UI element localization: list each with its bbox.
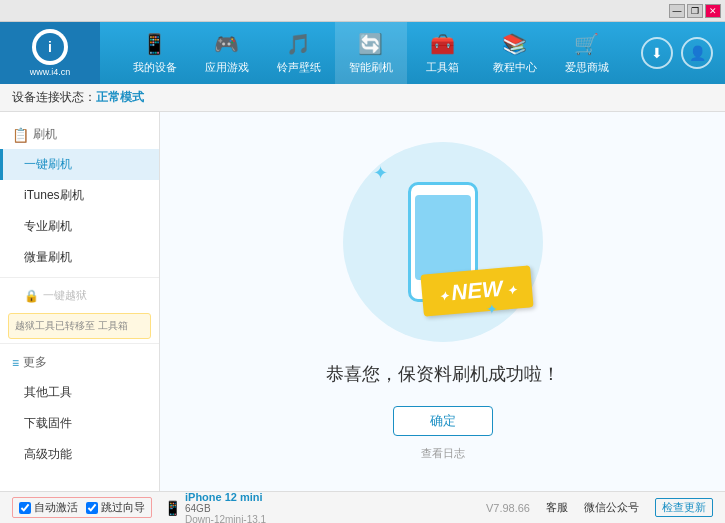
sidebar-divider-2	[0, 343, 159, 344]
bottom-left: 自动激活 跳过向导 📱 iPhone 12 mini 64GB Down-12m…	[12, 491, 266, 524]
skip-wizard-label: 跳过向导	[101, 500, 145, 515]
apps-games-icon: 🎮	[214, 32, 239, 56]
checkboxes-group: 自动激活 跳过向导	[12, 497, 152, 518]
bottom-right: V7.98.66 客服 微信公众号 检查更新	[486, 498, 713, 517]
new-badge: NEW	[421, 265, 534, 316]
store-icon: 🛒	[574, 32, 599, 56]
nav-ringtones-label: 铃声壁纸	[277, 60, 321, 75]
bottom-bar: 自动激活 跳过向导 📱 iPhone 12 mini 64GB Down-12m…	[0, 491, 725, 523]
top-nav: i www.i4.cn 📱 我的设备 🎮 应用游戏 🎵 铃声壁纸 🔄 智能刷机 …	[0, 22, 725, 84]
smart-store-icon: 🔄	[358, 32, 383, 56]
nav-smart-store[interactable]: 🔄 智能刷机	[335, 22, 407, 84]
jailbreak-notice-text: 越狱工具已转移至 工具箱	[15, 320, 128, 331]
flash-icon: 📋	[12, 127, 29, 143]
nav-apps-label: 应用游戏	[205, 60, 249, 75]
sidebar-item-download-firmware[interactable]: 下载固件	[0, 408, 159, 439]
bottom-device: 📱 iPhone 12 mini 64GB Down-12mini-13,1	[164, 491, 266, 524]
restore-button[interactable]: ❐	[687, 4, 703, 18]
auto-activate-label: 自动激活	[34, 500, 78, 515]
status-value: 正常模式	[96, 89, 144, 106]
micro-flash-label: 微量刷机	[24, 250, 72, 264]
phone-screen	[415, 195, 471, 280]
itunes-flash-label: iTunes刷机	[24, 188, 84, 202]
sidebar-item-advanced[interactable]: 高级功能	[0, 439, 159, 470]
device-storage: 64GB	[185, 503, 266, 514]
wechat-link[interactable]: 微信公众号	[584, 500, 639, 515]
toolbox-icon: 🧰	[430, 32, 455, 56]
flash-section-label: 刷机	[33, 126, 57, 143]
nav-tutorials[interactable]: 📚 教程中心	[479, 22, 551, 84]
nav-right: ⬇ 👤	[641, 37, 725, 69]
sidebar-item-itunes-flash[interactable]: iTunes刷机	[0, 180, 159, 211]
sparkle-icon-br: ✦	[486, 301, 498, 317]
confirm-button[interactable]: 确定	[393, 406, 493, 436]
window-controls: — ❐ ✕	[669, 4, 721, 18]
bottom-content: 自动激活 跳过向导	[12, 497, 152, 518]
nav-store[interactable]: 🛒 爱思商城	[551, 22, 623, 84]
nav-store-label: 爱思商城	[565, 60, 609, 75]
jailbreak-section: 🔒 一键越狱	[0, 282, 159, 309]
success-text: 恭喜您，保资料刷机成功啦！	[326, 362, 560, 386]
support-link[interactable]: 客服	[546, 500, 568, 515]
sidebar: 📋 刷机 一键刷机 iTunes刷机 专业刷机 微量刷机 🔒 一键越狱 越狱工具…	[0, 112, 160, 491]
auto-activate-checkbox[interactable]: 自动激活	[19, 500, 78, 515]
device-details: iPhone 12 mini 64GB Down-12mini-13,1	[185, 491, 266, 524]
sparkle-icon-tl: ✦	[373, 162, 388, 184]
nav-my-device[interactable]: 📱 我的设备	[119, 22, 191, 84]
more-section-label: 更多	[23, 354, 47, 371]
skip-wizard-input[interactable]	[86, 502, 98, 514]
flash-section-title: 📋 刷机	[0, 120, 159, 149]
logo-icon: i	[36, 33, 64, 61]
later-link[interactable]: 查看日志	[421, 446, 465, 461]
logo-circle: i	[32, 29, 68, 65]
logo-text: www.i4.cn	[30, 67, 71, 77]
sidebar-item-other-tools[interactable]: 其他工具	[0, 377, 159, 408]
nav-apps-games[interactable]: 🎮 应用游戏	[191, 22, 263, 84]
logo-area[interactable]: i www.i4.cn	[0, 22, 100, 84]
more-section-title: ≡ 更多	[0, 348, 159, 377]
nav-ringtones[interactable]: 🎵 铃声壁纸	[263, 22, 335, 84]
sidebar-item-pro-flash[interactable]: 专业刷机	[0, 211, 159, 242]
skip-wizard-checkbox[interactable]: 跳过向导	[86, 500, 145, 515]
main-content: 📋 刷机 一键刷机 iTunes刷机 专业刷机 微量刷机 🔒 一键越狱 越狱工具…	[0, 112, 725, 491]
ringtones-icon: 🎵	[286, 32, 311, 56]
onekey-flash-label: 一键刷机	[24, 157, 72, 171]
auto-activate-input[interactable]	[19, 502, 31, 514]
phone-circle-bg: ✦ NEW ✦	[343, 142, 543, 342]
jailbreak-notice: 越狱工具已转移至 工具箱	[8, 313, 151, 339]
download-firmware-label: 下载固件	[24, 416, 72, 430]
title-bar: — ❐ ✕	[0, 0, 725, 22]
nav-items: 📱 我的设备 🎮 应用游戏 🎵 铃声壁纸 🔄 智能刷机 🧰 工具箱 📚 教程中心…	[100, 22, 641, 84]
device-name: iPhone 12 mini	[185, 491, 266, 503]
phone-illustration: ✦ NEW ✦	[343, 142, 543, 342]
minimize-button[interactable]: —	[669, 4, 685, 18]
my-device-icon: 📱	[142, 32, 167, 56]
sidebar-divider-1	[0, 277, 159, 278]
nav-toolbox[interactable]: 🧰 工具箱	[407, 22, 479, 84]
tutorials-icon: 📚	[502, 32, 527, 56]
center-panel: ✦ NEW ✦ 恭喜您，保资料刷机成功啦！ 确定 查看日志	[160, 112, 725, 491]
sidebar-item-onekey-flash[interactable]: 一键刷机	[0, 149, 159, 180]
close-button[interactable]: ✕	[705, 4, 721, 18]
nav-my-device-label: 我的设备	[133, 60, 177, 75]
nav-toolbox-label: 工具箱	[426, 60, 459, 75]
sidebar-item-micro-flash[interactable]: 微量刷机	[0, 242, 159, 273]
status-bar: 设备连接状态： 正常模式	[0, 84, 725, 112]
pro-flash-label: 专业刷机	[24, 219, 72, 233]
advanced-label: 高级功能	[24, 447, 72, 461]
device-model: Down-12mini-13,1	[185, 514, 266, 524]
nav-smart-store-label: 智能刷机	[349, 60, 393, 75]
nav-tutorials-label: 教程中心	[493, 60, 537, 75]
update-button[interactable]: 检查更新	[655, 498, 713, 517]
user-button[interactable]: 👤	[681, 37, 713, 69]
other-tools-label: 其他工具	[24, 385, 72, 399]
download-button[interactable]: ⬇	[641, 37, 673, 69]
status-prefix: 设备连接状态：	[12, 89, 96, 106]
jailbreak-section-label: 一键越狱	[43, 288, 87, 303]
version-label: V7.98.66	[486, 502, 530, 514]
device-phone-icon: 📱	[164, 500, 181, 516]
